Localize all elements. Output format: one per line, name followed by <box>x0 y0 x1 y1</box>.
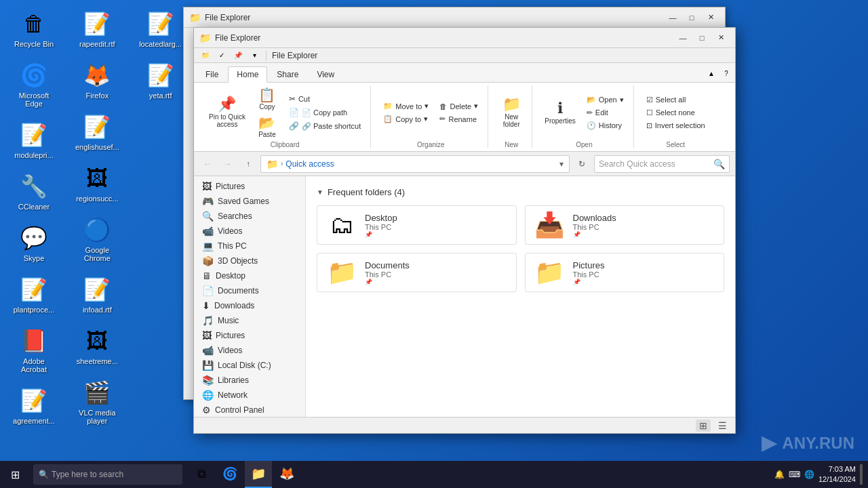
sidebar-item-local-disk[interactable]: 💾 Local Disk (C:) <box>194 358 305 373</box>
sidebar-item-libraries[interactable]: 📚 Libraries <box>194 373 305 388</box>
desktop-icon-skype[interactable]: 💬 Skype <box>7 221 61 266</box>
sidebar-item-pictures-pc[interactable]: 🖼 Pictures <box>194 328 305 343</box>
bg-close-button[interactable]: ✕ <box>702 11 719 24</box>
bg-maximize-button[interactable]: □ <box>683 11 701 24</box>
address-box[interactable]: 📁 › Quick access ▾ <box>260 155 570 173</box>
taskbar-search-input[interactable] <box>52 470 177 479</box>
taskbar-app-firefox-app[interactable]: 🦊 <box>273 461 300 488</box>
desktop-icon-regionsucc[interactable]: 🖼 regionsucc... <box>70 161 124 206</box>
folder-card-documents[interactable]: 📁 Documents This PC 📌 <box>317 253 517 292</box>
folder-card-pictures[interactable]: 📁 Pictures This PC 📌 <box>525 253 725 292</box>
taskbar-app-task-view[interactable]: ⧉ <box>188 461 215 488</box>
tab-view[interactable]: View <box>308 66 343 82</box>
pin-to-quick-access-button[interactable]: 📌 Pin to Quickaccess <box>205 94 250 131</box>
edit-button[interactable]: ✏ Edit <box>583 107 628 119</box>
icon-img-edge: 🌀 <box>20 62 47 89</box>
paste-shortcut-button[interactable]: 🔗 🔗 Paste shortcut <box>285 120 365 132</box>
minimize-button[interactable]: — <box>674 31 692 45</box>
sidebar-item-videos-pc[interactable]: 📹 Videos <box>194 343 305 358</box>
sidebar-item-videos-top[interactable]: 📹 Videos <box>194 224 305 239</box>
sidebar-item-downloads[interactable]: ⬇ Downloads <box>194 298 305 313</box>
select-all-button[interactable]: ☑ Select all <box>642 94 709 106</box>
copy-button[interactable]: 📋 Copy <box>252 85 282 112</box>
desktop-icon-firefox[interactable]: 🦊 Firefox <box>70 58 124 103</box>
invert-selection-button[interactable]: ⊡ Invert selection <box>642 120 709 131</box>
close-button[interactable]: ✕ <box>712 31 730 45</box>
sidebar-item-documents[interactable]: 📄 Documents <box>194 283 305 298</box>
desktop-icon-adobe[interactable]: 📕 Adobe Acrobat <box>7 324 61 377</box>
folder-card-desktop[interactable]: 🗂 Desktop This PC 📌 <box>317 205 517 245</box>
details-view-button[interactable]: ☰ <box>715 420 730 432</box>
sidebar-item-control-panel[interactable]: ⚙ Control Panel <box>194 403 305 417</box>
search-input[interactable] <box>599 159 711 169</box>
delete-button[interactable]: 🗑 Delete ▾ <box>435 100 482 112</box>
folder-card-downloads[interactable]: 📥 Downloads This PC 📌 <box>525 205 725 245</box>
breadcrumb-quick-access[interactable]: Quick access <box>285 159 334 169</box>
desktop-icon-modulepri[interactable]: 📝 modulepri... <box>7 118 61 163</box>
maximize-button[interactable]: □ <box>693 31 711 45</box>
tab-file[interactable]: File <box>197 66 227 82</box>
ribbon-collapse-btn[interactable]: ▲ <box>705 67 717 79</box>
folder-info-downloads: Downloads This PC 📌 <box>573 213 616 238</box>
sidebar-item-saved-games[interactable]: 🎮 Saved Games <box>194 194 305 209</box>
bg-minimize-button[interactable]: — <box>664 11 682 24</box>
desktop-icon-chrome[interactable]: 🔵 Google Chrome <box>70 213 124 266</box>
desktop-icon-locatedlarg[interactable]: 📝 locatedlarg... <box>134 7 188 52</box>
desktop-icon-recycle-bin[interactable]: 🗑 Recycle Bin <box>7 7 61 52</box>
qa-down-arrow[interactable]: ▾ <box>248 49 260 62</box>
qa-check-btn[interactable]: ✓ <box>216 49 228 62</box>
desktop-icon-plantproce[interactable]: 📝 plantproce... <box>7 272 61 317</box>
taskbar-app-file-explorer-app[interactable]: 📁 <box>245 461 272 488</box>
desktop-icon-englishusef[interactable]: 📝 englishusef... <box>70 110 124 155</box>
desktop-icon-sheetreme[interactable]: 🖼 sheetreme... <box>70 324 124 369</box>
properties-button[interactable]: ℹ Properties <box>540 98 580 127</box>
select-none-button[interactable]: ☐ Select none <box>642 107 709 119</box>
tab-home[interactable]: Home <box>228 66 267 83</box>
sidebar-item-searches[interactable]: 🔍 Searches <box>194 209 305 224</box>
sidebar-item-this-pc[interactable]: 💻 This PC <box>194 239 305 253</box>
taskbar-show-desktop-btn[interactable] <box>860 464 863 485</box>
rename-button[interactable]: ✏ Rename <box>435 113 482 125</box>
bg-title-controls: — □ ✕ <box>664 11 719 24</box>
paste-button[interactable]: 📂 Paste <box>252 113 282 140</box>
taskbar-app-edge[interactable]: 🌀 <box>216 461 243 488</box>
move-to-button[interactable]: 📁 Move to ▾ <box>379 100 433 112</box>
desktop-icon-yeta[interactable]: 📝 yeta.rtf <box>134 58 188 103</box>
forward-button[interactable]: → <box>220 156 236 172</box>
desktop-icon-vlc[interactable]: 🎬 VLC media player <box>70 375 124 428</box>
sidebar-icon-music: 🎵 <box>202 315 214 326</box>
large-icons-view-button[interactable]: ⊞ <box>696 420 711 432</box>
desktop-icon-ccleaner[interactable]: 🔧 CCleaner <box>7 169 61 214</box>
address-dropdown-button[interactable]: ▾ <box>559 159 564 169</box>
back-button[interactable]: ← <box>199 156 216 172</box>
sidebar-item-3d-objects[interactable]: 📦 3D Objects <box>194 253 305 268</box>
start-button[interactable]: ⊞ <box>0 461 31 488</box>
desktop-icon-agreement[interactable]: 📝 agreement... <box>7 384 61 428</box>
open-button[interactable]: 📂 Open ▾ <box>583 94 628 106</box>
history-button[interactable]: 🕐 History <box>583 120 628 131</box>
desktop-icon-edge[interactable]: 🌀 Microsoft Edge <box>7 58 61 111</box>
sidebar-item-music[interactable]: 🎵 Music <box>194 313 305 328</box>
folder-icon-pictures: 📁 <box>534 259 566 286</box>
cut-button[interactable]: ✂ Cut <box>285 93 365 105</box>
up-button[interactable]: ↑ <box>240 156 256 172</box>
refresh-button[interactable]: ↻ <box>574 156 590 172</box>
desktop-icon-infoad[interactable]: 📝 infoad.rtf <box>70 272 124 317</box>
sidebar-item-network[interactable]: 🌐 Network <box>194 388 305 403</box>
address-bar-row: ← → ↑ 📁 › Quick access ▾ ↻ 🔍 <box>194 152 735 176</box>
copy-path-button[interactable]: 📄 📄 Copy path <box>285 106 365 119</box>
ribbon-help-btn[interactable]: ? <box>720 67 732 79</box>
sidebar-label-this-pc: This PC <box>218 241 247 251</box>
sidebar-item-pictures-top[interactable]: 🖼 Pictures <box>194 179 305 194</box>
frequent-folders-header[interactable]: ▼ Frequent folders (4) <box>317 187 724 197</box>
ribbon-group-new: 📁 Newfolder New <box>491 85 532 148</box>
new-folder-button[interactable]: 📁 Newfolder <box>496 94 526 131</box>
desktop-icon-rapeedit[interactable]: 📝 rapeedit.rtf <box>70 7 124 52</box>
sidebar-icon-pictures-pc: 🖼 <box>202 330 212 341</box>
section-collapse-icon: ▼ <box>317 188 323 196</box>
qa-pin-btn[interactable]: 📌 <box>232 49 244 62</box>
copy-to-button[interactable]: 📋 Copy to ▾ <box>379 113 433 125</box>
search-icon[interactable]: 🔍 <box>713 159 725 169</box>
tab-share[interactable]: Share <box>268 66 307 82</box>
sidebar-item-desktop-nav[interactable]: 🖥 Desktop <box>194 268 305 283</box>
